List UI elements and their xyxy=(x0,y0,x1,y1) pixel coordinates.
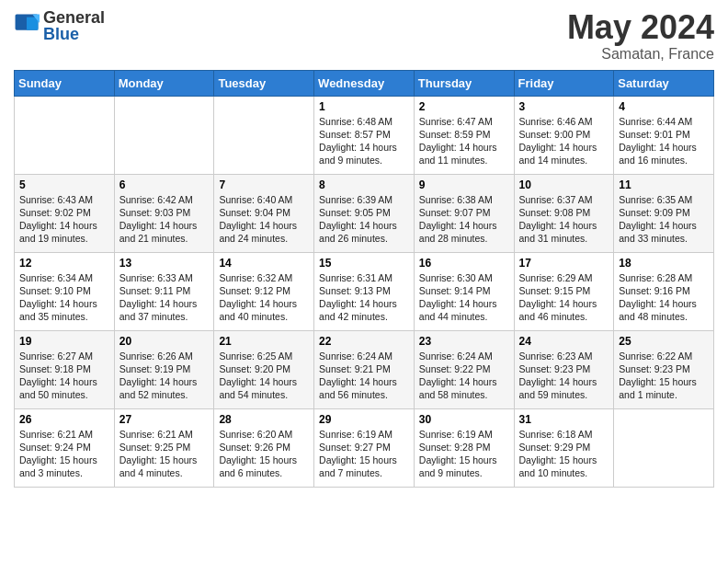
calendar-cell: 8Sunrise: 6:39 AMSunset: 9:05 PMDaylight… xyxy=(314,174,415,252)
calendar-cell: 27Sunrise: 6:21 AMSunset: 9:25 PMDayligh… xyxy=(114,408,214,487)
cell-content: Sunrise: 6:30 AMSunset: 9:14 PMDaylight:… xyxy=(419,271,509,324)
cell-content: Sunrise: 6:42 AMSunset: 9:03 PMDaylight:… xyxy=(119,193,210,246)
day-number: 26 xyxy=(19,413,109,426)
month-title: May 2024 xyxy=(567,9,714,46)
calendar-cell: 24Sunrise: 6:23 AMSunset: 9:23 PMDayligh… xyxy=(514,330,614,408)
calendar-cell: 31Sunrise: 6:18 AMSunset: 9:29 PMDayligh… xyxy=(514,408,614,487)
calendar-cell: 22Sunrise: 6:24 AMSunset: 9:21 PMDayligh… xyxy=(314,330,415,408)
day-number: 11 xyxy=(619,178,709,191)
day-number: 3 xyxy=(519,100,609,113)
cell-content: Sunrise: 6:34 AMSunset: 9:10 PMDaylight:… xyxy=(19,271,109,324)
col-tuesday: Tuesday xyxy=(214,70,314,96)
day-number: 2 xyxy=(419,100,509,113)
calendar-cell: 19Sunrise: 6:27 AMSunset: 9:18 PMDayligh… xyxy=(15,330,115,408)
cell-content: Sunrise: 6:18 AMSunset: 9:29 PMDaylight:… xyxy=(519,428,609,480)
cell-content: Sunrise: 6:48 AMSunset: 8:57 PMDaylight:… xyxy=(319,115,409,167)
day-number: 23 xyxy=(419,335,509,348)
day-number: 24 xyxy=(519,335,609,348)
calendar-cell: 26Sunrise: 6:21 AMSunset: 9:24 PMDayligh… xyxy=(15,408,115,487)
cell-content: Sunrise: 6:33 AMSunset: 9:11 PMDaylight:… xyxy=(119,271,210,324)
logo-general: General xyxy=(43,9,105,26)
calendar-cell: 1Sunrise: 6:48 AMSunset: 8:57 PMDaylight… xyxy=(314,96,415,174)
day-number: 27 xyxy=(119,413,210,426)
calendar-cell: 5Sunrise: 6:43 AMSunset: 9:02 PMDaylight… xyxy=(15,174,115,252)
calendar-cell: 4Sunrise: 6:44 AMSunset: 9:01 PMDaylight… xyxy=(614,96,714,174)
calendar-cell: 16Sunrise: 6:30 AMSunset: 9:14 PMDayligh… xyxy=(414,252,514,330)
day-number: 21 xyxy=(219,335,309,348)
day-number: 6 xyxy=(119,178,210,191)
calendar-cell: 12Sunrise: 6:34 AMSunset: 9:10 PMDayligh… xyxy=(15,252,115,330)
title-block: May 2024 Samatan, France xyxy=(567,9,714,63)
cell-content: Sunrise: 6:43 AMSunset: 9:02 PMDaylight:… xyxy=(19,193,109,246)
day-number: 7 xyxy=(219,178,309,191)
page-header: General Blue May 2024 Samatan, France xyxy=(14,9,714,63)
day-number: 31 xyxy=(519,413,609,426)
day-number: 12 xyxy=(19,257,109,270)
day-number: 29 xyxy=(319,413,409,426)
location: Samatan, France xyxy=(567,46,714,63)
calendar-cell: 23Sunrise: 6:24 AMSunset: 9:22 PMDayligh… xyxy=(414,330,514,408)
col-friday: Friday xyxy=(514,70,614,96)
calendar-cell: 29Sunrise: 6:19 AMSunset: 9:27 PMDayligh… xyxy=(314,408,415,487)
cell-content: Sunrise: 6:31 AMSunset: 9:13 PMDaylight:… xyxy=(319,271,409,324)
day-number: 20 xyxy=(119,335,210,348)
calendar-header: Sunday Monday Tuesday Wednesday Thursday… xyxy=(15,70,714,96)
cell-content: Sunrise: 6:27 AMSunset: 9:18 PMDaylight:… xyxy=(19,350,109,402)
cell-content: Sunrise: 6:47 AMSunset: 8:59 PMDaylight:… xyxy=(419,115,509,167)
calendar-cell: 2Sunrise: 6:47 AMSunset: 8:59 PMDaylight… xyxy=(414,96,514,174)
day-number: 18 xyxy=(619,257,709,270)
week-row-2: 5Sunrise: 6:43 AMSunset: 9:02 PMDaylight… xyxy=(15,174,714,252)
col-sunday: Sunday xyxy=(15,70,115,96)
header-row: Sunday Monday Tuesday Wednesday Thursday… xyxy=(15,70,714,96)
col-saturday: Saturday xyxy=(614,70,714,96)
day-number: 5 xyxy=(19,178,109,191)
calendar-body: 1Sunrise: 6:48 AMSunset: 8:57 PMDaylight… xyxy=(15,96,714,487)
logo-icon xyxy=(14,13,40,39)
cell-content: Sunrise: 6:46 AMSunset: 9:00 PMDaylight:… xyxy=(519,115,609,167)
calendar-cell: 30Sunrise: 6:19 AMSunset: 9:28 PMDayligh… xyxy=(414,408,514,487)
logo-text: General Blue xyxy=(43,9,105,42)
col-wednesday: Wednesday xyxy=(314,70,415,96)
cell-content: Sunrise: 6:39 AMSunset: 9:05 PMDaylight:… xyxy=(319,193,409,246)
day-number: 22 xyxy=(319,335,409,348)
day-number: 30 xyxy=(419,413,509,426)
calendar-table: Sunday Monday Tuesday Wednesday Thursday… xyxy=(14,70,714,488)
cell-content: Sunrise: 6:37 AMSunset: 9:08 PMDaylight:… xyxy=(519,193,609,246)
calendar-cell: 25Sunrise: 6:22 AMSunset: 9:23 PMDayligh… xyxy=(614,330,714,408)
day-number: 8 xyxy=(319,178,409,191)
calendar-cell: 14Sunrise: 6:32 AMSunset: 9:12 PMDayligh… xyxy=(214,252,314,330)
calendar-cell: 18Sunrise: 6:28 AMSunset: 9:16 PMDayligh… xyxy=(614,252,714,330)
calendar-cell xyxy=(614,408,714,487)
day-number: 17 xyxy=(519,257,609,270)
day-number: 16 xyxy=(419,257,509,270)
week-row-4: 19Sunrise: 6:27 AMSunset: 9:18 PMDayligh… xyxy=(15,330,714,408)
day-number: 10 xyxy=(519,178,609,191)
day-number: 28 xyxy=(219,413,309,426)
day-number: 4 xyxy=(619,100,709,113)
cell-content: Sunrise: 6:44 AMSunset: 9:01 PMDaylight:… xyxy=(619,115,709,167)
day-number: 1 xyxy=(319,100,409,113)
calendar-cell: 20Sunrise: 6:26 AMSunset: 9:19 PMDayligh… xyxy=(114,330,214,408)
cell-content: Sunrise: 6:19 AMSunset: 9:28 PMDaylight:… xyxy=(419,428,509,480)
calendar-cell: 28Sunrise: 6:20 AMSunset: 9:26 PMDayligh… xyxy=(214,408,314,487)
cell-content: Sunrise: 6:26 AMSunset: 9:19 PMDaylight:… xyxy=(119,350,210,402)
week-row-1: 1Sunrise: 6:48 AMSunset: 8:57 PMDaylight… xyxy=(15,96,714,174)
calendar-cell: 9Sunrise: 6:38 AMSunset: 9:07 PMDaylight… xyxy=(414,174,514,252)
calendar-cell: 21Sunrise: 6:25 AMSunset: 9:20 PMDayligh… xyxy=(214,330,314,408)
cell-content: Sunrise: 6:25 AMSunset: 9:20 PMDaylight:… xyxy=(219,350,309,402)
day-number: 19 xyxy=(19,335,109,348)
cell-content: Sunrise: 6:24 AMSunset: 9:21 PMDaylight:… xyxy=(319,350,409,402)
col-monday: Monday xyxy=(114,70,214,96)
week-row-3: 12Sunrise: 6:34 AMSunset: 9:10 PMDayligh… xyxy=(15,252,714,330)
cell-content: Sunrise: 6:32 AMSunset: 9:12 PMDaylight:… xyxy=(219,271,309,324)
cell-content: Sunrise: 6:19 AMSunset: 9:27 PMDaylight:… xyxy=(319,428,409,480)
day-number: 14 xyxy=(219,257,309,270)
day-number: 9 xyxy=(419,178,509,191)
calendar-cell xyxy=(214,96,314,174)
cell-content: Sunrise: 6:20 AMSunset: 9:26 PMDaylight:… xyxy=(219,428,309,480)
cell-content: Sunrise: 6:38 AMSunset: 9:07 PMDaylight:… xyxy=(419,193,509,246)
calendar-cell: 13Sunrise: 6:33 AMSunset: 9:11 PMDayligh… xyxy=(114,252,214,330)
logo-blue: Blue xyxy=(43,26,105,42)
cell-content: Sunrise: 6:35 AMSunset: 9:09 PMDaylight:… xyxy=(619,193,709,246)
cell-content: Sunrise: 6:29 AMSunset: 9:15 PMDaylight:… xyxy=(519,271,609,324)
